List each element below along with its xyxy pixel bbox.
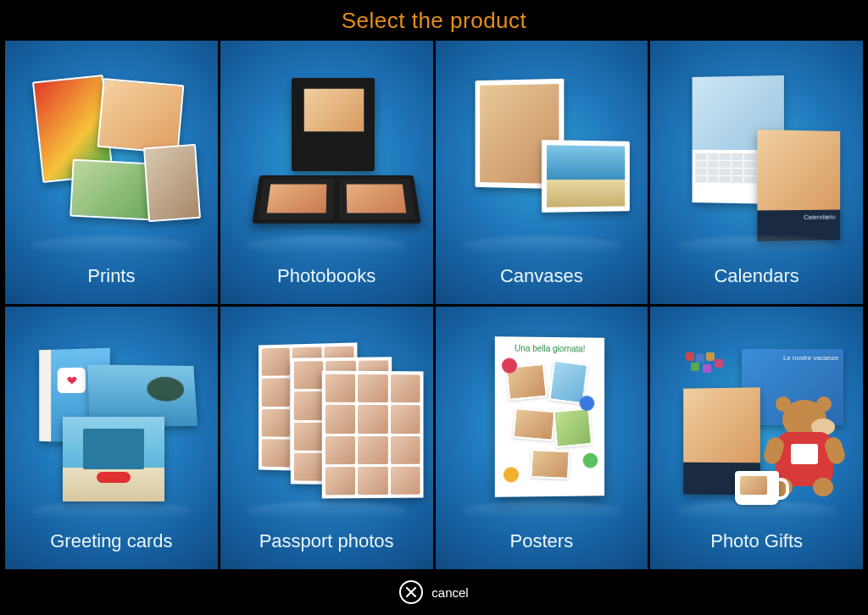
product-label: Photobooks — [277, 265, 376, 287]
product-image-greeting-cards — [12, 319, 211, 524]
product-image-posters: Una bella giornata! — [442, 319, 642, 524]
product-image-canvases — [442, 53, 642, 258]
product-image-photobooks: Una bella giornata! — [227, 53, 426, 258]
product-label: Canvases — [500, 265, 583, 287]
product-tile-greeting-cards[interactable]: Greeting cards — [5, 307, 218, 570]
product-image-passport-photos — [227, 319, 426, 524]
product-tile-photobooks[interactable]: Una bella giornata! Photobooks — [220, 41, 433, 304]
product-tile-canvases[interactable]: Canvases — [436, 41, 648, 304]
product-image-photo-gifts: Le nostre vacanze — [657, 319, 856, 524]
product-label: Prints — [87, 265, 135, 287]
product-tile-calendars[interactable]: Calendario Calendars — [650, 41, 863, 304]
product-label: Posters — [510, 530, 574, 552]
page-header: Select the product — [0, 0, 868, 41]
close-icon — [399, 580, 423, 604]
product-label: Photo Gifts — [710, 530, 803, 552]
product-grid: Prints Una bella giornata! Photobooks Ca… — [0, 41, 868, 569]
product-tile-photo-gifts[interactable]: Le nostre vacanze Photo Gifts — [650, 307, 863, 570]
page-title: Select the product — [342, 8, 527, 34]
product-label: Greeting cards — [50, 530, 172, 552]
product-tile-posters[interactable]: Una bella giornata! Posters — [436, 307, 648, 570]
product-label: Calendars — [714, 265, 798, 287]
product-tile-passport-photos[interactable]: Passport photos — [220, 307, 433, 570]
product-tile-prints[interactable]: Prints — [5, 41, 218, 304]
cancel-label: cancel — [431, 585, 468, 600]
product-image-prints — [12, 53, 211, 258]
page-footer: cancel — [0, 569, 868, 615]
product-label: Passport photos — [259, 530, 394, 552]
cancel-button[interactable]: cancel — [399, 580, 468, 604]
product-image-calendars: Calendario — [657, 53, 856, 258]
